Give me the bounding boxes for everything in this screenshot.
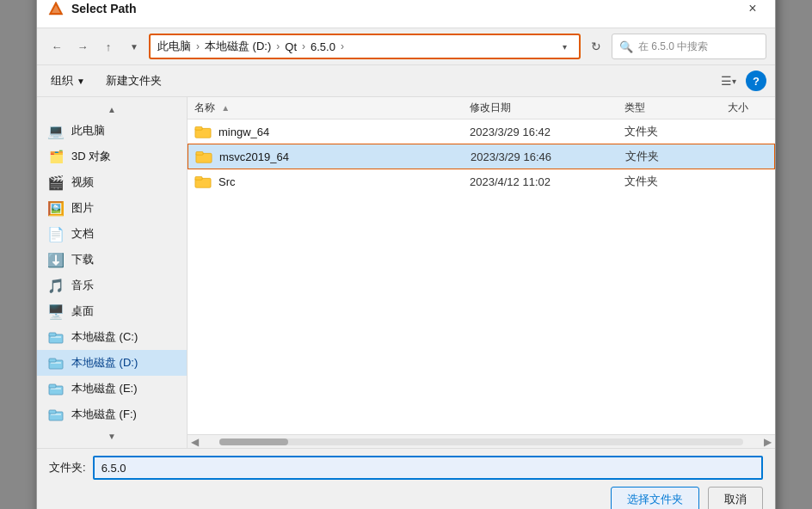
address-dropdown-button[interactable]: ▾ bbox=[557, 39, 572, 54]
column-header-date[interactable]: 修改日期 bbox=[470, 101, 624, 115]
folder-label: 文件夹: bbox=[49, 460, 86, 475]
address-bar[interactable]: 此电脑 › 本地磁盘 (D:) › Qt › 6.5.0 › ▾ bbox=[149, 34, 581, 59]
folder-row: 文件夹: bbox=[49, 456, 763, 480]
bottom-bar: 文件夹: 选择文件夹 取消 bbox=[37, 448, 775, 509]
organize-label: 组织 bbox=[51, 73, 73, 89]
breadcrumb-part-2[interactable]: Qt bbox=[285, 40, 297, 53]
documents-icon: 📄 bbox=[47, 225, 65, 242]
refresh-button[interactable]: ↻ bbox=[584, 34, 608, 58]
back-button[interactable]: ← bbox=[46, 35, 68, 58]
sidebar-item-this-pc[interactable]: 💻 此电脑 bbox=[37, 118, 187, 144]
sidebar-item-documents[interactable]: 📄 文档 bbox=[37, 221, 187, 247]
scroll-left-button[interactable]: ◀ bbox=[188, 436, 202, 448]
action-toolbar: 组织 ▼ 新建文件夹 ☰ ▾ ? bbox=[37, 65, 775, 97]
close-button[interactable]: × bbox=[741, 0, 765, 21]
sidebar-item-videos[interactable]: 🎬 视频 bbox=[37, 169, 187, 195]
scroll-right-button[interactable]: ▶ bbox=[760, 436, 775, 448]
3d-objects-icon: 🗂️ bbox=[47, 148, 65, 165]
svg-rect-17 bbox=[196, 152, 203, 156]
breadcrumb-part-0[interactable]: 此电脑 bbox=[157, 39, 191, 54]
breadcrumb-part-1[interactable]: 本地磁盘 (D:) bbox=[205, 39, 271, 54]
breadcrumb-sep-1: › bbox=[274, 40, 281, 52]
cancel-button[interactable]: 取消 bbox=[708, 487, 763, 509]
svg-rect-13 bbox=[49, 410, 56, 414]
sidebar-item-desktop[interactable]: 🖥️ 桌面 bbox=[37, 298, 187, 324]
sidebar-scroll-up[interactable]: ▲ bbox=[37, 101, 187, 118]
file-date: 2023/4/12 11:02 bbox=[470, 175, 624, 188]
this-pc-icon: 💻 bbox=[47, 122, 65, 139]
folder-icon bbox=[194, 174, 212, 189]
breadcrumb-sep-3: › bbox=[339, 40, 346, 52]
column-date-label: 修改日期 bbox=[470, 101, 511, 113]
column-header-name[interactable]: 名称 ▲ bbox=[194, 101, 470, 115]
file-name-cell: mingw_64 bbox=[194, 124, 470, 139]
file-type: 文件夹 bbox=[625, 149, 729, 164]
videos-icon: 🎬 bbox=[47, 174, 65, 191]
forward-button[interactable]: → bbox=[71, 35, 94, 58]
up-button[interactable]: ↑ bbox=[97, 35, 120, 58]
search-box[interactable]: 🔍 在 6.5.0 中搜索 bbox=[612, 34, 766, 59]
view-icon: ☰ bbox=[721, 74, 732, 88]
main-area: ▲ 💻 此电脑 🗂️ 3D 对象 🎬 视频 🖼️ 图片 📄 文档 bbox=[37, 97, 775, 448]
sidebar: ▲ 💻 此电脑 🗂️ 3D 对象 🎬 视频 🖼️ 图片 📄 文档 bbox=[37, 97, 188, 448]
table-row[interactable]: msvc2019_64 2023/3/29 16:46 文件夹 bbox=[188, 144, 775, 169]
recent-locations-button[interactable]: ▼ bbox=[123, 35, 145, 58]
horizontal-scrollbar[interactable]: ◀ ▶ bbox=[188, 434, 775, 448]
toolbar2-right: ☰ ▾ ? bbox=[717, 69, 766, 93]
dialog-window: Select Path × ← → ↑ ▼ 此电脑 › 本地磁盘 (D:) › … bbox=[36, 0, 776, 509]
sidebar-item-label-desktop: 桌面 bbox=[71, 304, 94, 319]
sidebar-item-3d-objects[interactable]: 🗂️ 3D 对象 bbox=[37, 144, 187, 169]
svg-rect-7 bbox=[49, 359, 56, 362]
local-c-icon bbox=[47, 328, 65, 346]
file-list: mingw_64 2023/3/29 16:42 文件夹 msvc2019_64 bbox=[188, 120, 775, 434]
sidebar-item-label-local-e: 本地磁盘 (E:) bbox=[71, 381, 138, 396]
view-arrow-icon: ▾ bbox=[732, 77, 736, 86]
sidebar-item-label-downloads: 下载 bbox=[71, 252, 94, 267]
sidebar-item-label-this-pc: 此电脑 bbox=[71, 123, 105, 138]
svg-rect-15 bbox=[195, 127, 202, 131]
organize-button[interactable]: 组织 ▼ bbox=[46, 71, 90, 91]
sidebar-item-local-d[interactable]: 本地磁盘 (D:) bbox=[37, 350, 187, 376]
column-header-type[interactable]: 类型 bbox=[624, 101, 728, 115]
file-name: msvc2019_64 bbox=[219, 150, 289, 163]
file-list-header: 名称 ▲ 修改日期 类型 大小 bbox=[188, 97, 775, 120]
scrollbar-thumb[interactable] bbox=[219, 438, 288, 445]
select-folder-button[interactable]: 选择文件夹 bbox=[611, 487, 699, 509]
scrollbar-track bbox=[219, 438, 743, 445]
folder-input[interactable] bbox=[93, 456, 763, 480]
sidebar-item-label-pictures: 图片 bbox=[71, 200, 94, 216]
table-row[interactable]: Src 2023/4/12 11:02 文件夹 bbox=[188, 169, 775, 193]
file-type: 文件夹 bbox=[624, 124, 728, 139]
sidebar-item-pictures[interactable]: 🖼️ 图片 bbox=[37, 195, 187, 221]
dialog-title: Select Path bbox=[71, 2, 734, 15]
column-header-size[interactable]: 大小 bbox=[728, 101, 768, 115]
search-icon: 🔍 bbox=[619, 40, 633, 53]
sidebar-item-local-e[interactable]: 本地磁盘 (E:) bbox=[37, 376, 187, 402]
file-type: 文件夹 bbox=[624, 174, 728, 189]
breadcrumb-part-3[interactable]: 6.5.0 bbox=[311, 40, 335, 53]
table-row[interactable]: mingw_64 2023/3/29 16:42 文件夹 bbox=[188, 120, 775, 144]
app-icon bbox=[47, 0, 65, 17]
new-folder-label: 新建文件夹 bbox=[106, 73, 162, 89]
folder-icon bbox=[194, 124, 212, 139]
sidebar-item-label-videos: 视频 bbox=[71, 175, 94, 190]
file-date: 2023/3/29 16:42 bbox=[470, 126, 624, 138]
sidebar-item-downloads[interactable]: ⬇️ 下载 bbox=[37, 247, 187, 273]
sidebar-item-local-c[interactable]: 本地磁盘 (C:) bbox=[37, 324, 187, 350]
sidebar-scroll-down[interactable]: ▼ bbox=[37, 427, 187, 445]
column-name-label: 名称 bbox=[194, 101, 215, 113]
file-name: Src bbox=[218, 175, 236, 188]
local-e-icon bbox=[47, 380, 65, 397]
column-type-label: 类型 bbox=[624, 101, 645, 113]
sidebar-item-local-f[interactable]: 本地磁盘 (F:) bbox=[37, 402, 187, 427]
column-size-label: 大小 bbox=[728, 101, 748, 113]
svg-rect-10 bbox=[49, 384, 56, 388]
view-toggle-button[interactable]: ☰ ▾ bbox=[717, 69, 741, 93]
new-folder-button[interactable]: 新建文件夹 bbox=[101, 71, 167, 91]
file-name: mingw_64 bbox=[218, 126, 269, 138]
music-icon: 🎵 bbox=[47, 277, 65, 294]
sidebar-item-label-local-d: 本地磁盘 (D:) bbox=[71, 355, 138, 371]
sidebar-item-music[interactable]: 🎵 音乐 bbox=[37, 273, 187, 298]
search-placeholder: 在 6.5.0 中搜索 bbox=[638, 40, 708, 54]
help-button[interactable]: ? bbox=[746, 71, 766, 91]
